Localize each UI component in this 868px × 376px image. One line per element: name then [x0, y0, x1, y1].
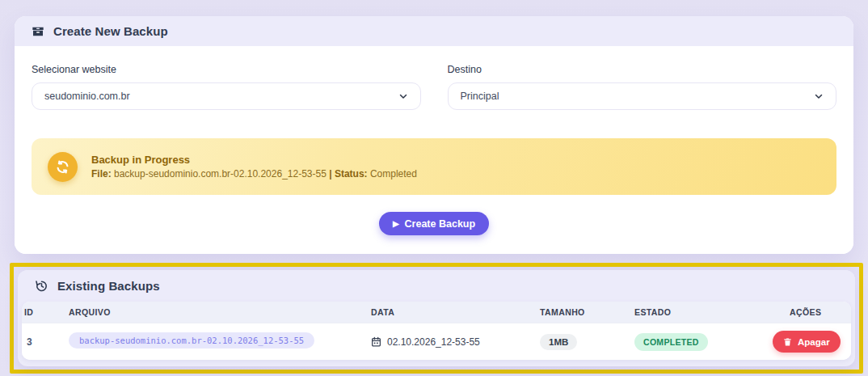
alert-status-label: Status: [335, 168, 368, 180]
destination-select[interactable]: Principal [448, 82, 837, 110]
backup-date-cell: 02.10.2026_12-53-55 [371, 336, 540, 348]
create-backup-body: Selecionar website seudominio.com.br Des… [15, 46, 853, 254]
trash-icon [783, 337, 792, 347]
table-row: 3 backup-seudominio.com.br-02.10.2026_12… [22, 323, 851, 360]
alert-text: Backup in Progress File: backup-seudomin… [91, 154, 417, 180]
alert-separator: | [329, 168, 331, 180]
website-select[interactable]: seudominio.com.br [32, 82, 421, 110]
alert-title: Backup in Progress [91, 154, 417, 166]
alert-file-label: File: [91, 168, 112, 180]
website-label: Selecionar website [32, 64, 421, 75]
sync-icon [48, 152, 78, 182]
backup-progress-alert: Backup in Progress File: backup-seudomin… [32, 138, 836, 195]
col-id: ID [24, 307, 69, 317]
existing-backups-title: Existing Backups [57, 279, 160, 293]
col-arquivo: ARQUIVO [69, 307, 371, 317]
alert-detail: File: backup-seudominio.com.br-02.10.202… [91, 168, 417, 180]
submit-row: ▶ Create Backup [32, 212, 836, 235]
delete-backup-label: Apagar [798, 337, 830, 347]
existing-backups-header: Existing Backups [18, 270, 855, 302]
create-backup-button-label: Create Backup [405, 218, 476, 230]
col-tamanho: TAMANHO [540, 307, 634, 317]
play-icon: ▶ [393, 220, 399, 228]
status-badge: COMPLETED [634, 333, 708, 351]
backup-form: Selecionar website seudominio.com.br Des… [32, 64, 836, 110]
create-backup-button[interactable]: ▶ Create Backup [379, 212, 489, 235]
chevron-down-icon [398, 91, 408, 101]
website-field: Selecionar website seudominio.com.br [32, 64, 421, 110]
destination-select-value: Principal [461, 91, 499, 102]
col-acoes: AÇÕES [773, 307, 851, 317]
highlight-rectangle: Existing Backups ID ARQUIVO DATA TAMANHO… [10, 263, 863, 374]
backup-size-badge: 1MB [540, 334, 577, 350]
col-data: DATA [371, 307, 540, 317]
col-estado: ESTADO [634, 307, 773, 317]
backups-table-header: ID ARQUIVO DATA TAMANHO ESTADO AÇÕES [22, 302, 851, 323]
destination-label: Destino [448, 64, 837, 75]
delete-backup-button[interactable]: Apagar [773, 331, 841, 353]
destination-field: Destino Principal [448, 64, 837, 110]
website-select-value: seudominio.com.br [44, 91, 130, 102]
backup-file-badge: backup-seudominio.com.br-02.10.2026_12-5… [69, 332, 314, 349]
history-icon [35, 279, 48, 293]
existing-backups-card: Existing Backups ID ARQUIVO DATA TAMANHO… [18, 270, 855, 366]
backups-table: ID ARQUIVO DATA TAMANHO ESTADO AÇÕES 3 b… [22, 302, 851, 360]
chevron-down-icon [814, 91, 824, 101]
create-backup-card: Create New Backup Selecionar website seu… [15, 16, 853, 254]
create-backup-card-header: Create New Backup [15, 16, 853, 46]
backup-id: 3 [24, 336, 69, 348]
create-backup-title: Create New Backup [53, 24, 168, 38]
archive-icon [32, 25, 44, 38]
alert-status-value: Completed [370, 168, 417, 180]
calendar-icon [371, 336, 381, 347]
alert-file-value: backup-seudominio.com.br-02.10.2026_12-5… [114, 168, 327, 180]
backup-date: 02.10.2026_12-53-55 [387, 336, 480, 348]
